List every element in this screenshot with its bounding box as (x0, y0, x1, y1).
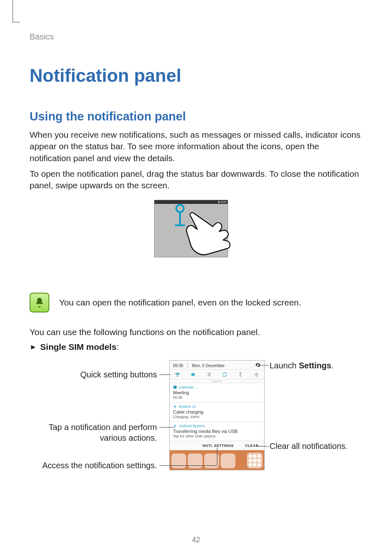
callout-label: Quick setting buttons (30, 369, 157, 380)
flashlight-icon[interactable] (237, 371, 244, 378)
drag-handle-icon[interactable] (212, 381, 222, 382)
notification-card[interactable]: Calendar ⌄ Meeting 09:35 (170, 383, 264, 402)
panel-time: 09:35 (173, 363, 183, 368)
note-text: You can open the notification panel, eve… (59, 297, 301, 308)
breadcrumb: Basics (30, 32, 362, 42)
callout-label: Tap a notification and performvarious ac… (30, 422, 157, 443)
card-subtitle: Tap for other USB options. (173, 434, 261, 438)
notification-panel-diagram: 09:35 | Mon, 5 December Calendar (30, 360, 362, 483)
drag-gesture-illustration: ▮ 10:00 (154, 200, 228, 274)
svg-rect-1 (173, 386, 177, 387)
callout-label: Access the notification settings. (30, 460, 157, 471)
bluetooth-icon[interactable] (206, 371, 212, 378)
bullet-label: Single SIM models (40, 342, 117, 352)
arrow-icon: ► (30, 343, 37, 352)
paragraph: You can use the following functions on t… (30, 326, 362, 338)
bullet-item: ► Single SIM models: (30, 342, 362, 352)
callout-label: Clear all notifications. (270, 441, 385, 451)
paragraph: To open the notification panel, drag the… (30, 168, 362, 192)
card-subtitle: Charging: 100% (173, 415, 261, 419)
calendar-icon (173, 385, 177, 389)
card-app-label: Android System (179, 424, 205, 428)
page-number: 42 (192, 536, 200, 544)
wifi-icon[interactable] (174, 371, 181, 378)
gear-icon[interactable] (255, 362, 261, 368)
panel-header: 09:35 | Mon, 5 December (170, 361, 264, 370)
hand-icon (179, 206, 237, 264)
noti-settings-button[interactable]: NOTI. SETTINGS (203, 444, 234, 448)
clear-button[interactable]: CLEAR (245, 444, 259, 448)
bell-icon (30, 293, 49, 312)
section-heading: Using the notification panel (30, 110, 362, 123)
card-subtitle: 09:35 (173, 395, 261, 400)
note-block: You can open the notification panel, eve… (30, 293, 362, 312)
page-title: Notification panel (30, 65, 362, 86)
card-title: Meeting (173, 390, 261, 395)
card-title: Transferring media files via USB (173, 429, 261, 434)
notification-card[interactable]: System UI Cable charging Charging: 100% (170, 402, 264, 421)
card-app-label: Calendar (179, 385, 194, 389)
callout-label: Launch Settings. (270, 360, 385, 371)
panel-date: Mon, 5 December (192, 363, 224, 368)
quick-settings-row[interactable] (170, 370, 264, 379)
card-title: Cable charging (173, 409, 261, 414)
chevron-down-icon[interactable]: ⌄ (196, 386, 198, 389)
bolt-icon (173, 405, 177, 409)
page-tab-marker (12, 0, 13, 23)
notification-card[interactable]: Android System Transferring media files … (170, 421, 264, 441)
card-app-label: System UI (179, 405, 196, 409)
sound-icon[interactable] (190, 371, 196, 378)
paragraph: When you receive new notifications, such… (30, 129, 362, 164)
illustration-statusbar: ▮ 10:00 (154, 200, 228, 204)
rotate-icon[interactable] (221, 371, 228, 378)
airplane-icon[interactable] (253, 371, 260, 378)
